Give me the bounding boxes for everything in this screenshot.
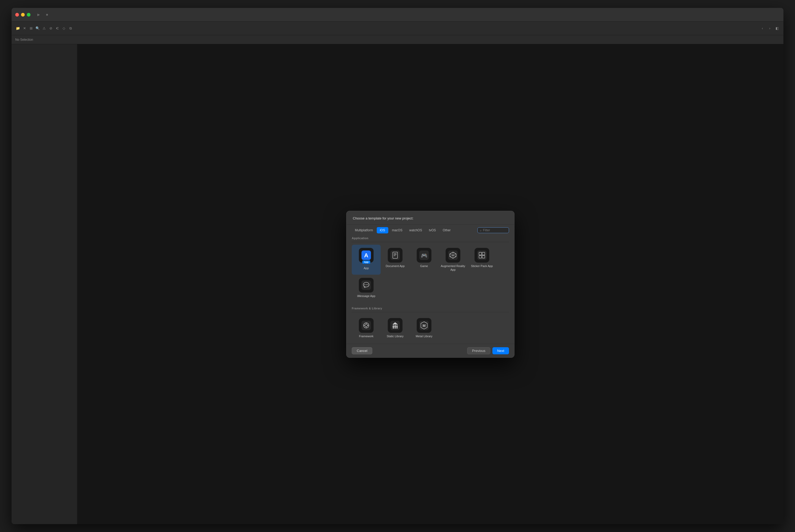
svg-rect-19 [361, 281, 371, 290]
breakpoint-icon[interactable]: ◇ [61, 26, 67, 31]
app-label: App [364, 266, 369, 270]
main-area: No Selection Choose a template for your … [12, 44, 783, 524]
modal-footer: Cancel Previous Next [346, 344, 514, 358]
svg-rect-32 [393, 326, 394, 328]
imessage-app-label: iMessage App [357, 294, 375, 298]
folder-icon[interactable]: 📁 [15, 26, 20, 31]
maximize-button[interactable] [27, 13, 31, 17]
titlebar-controls: ▶ ■ [36, 12, 50, 18]
sidebar [12, 44, 77, 524]
svg-rect-14 [477, 250, 487, 260]
sticker-pack-icon [475, 248, 489, 263]
tab-other[interactable]: Other [439, 227, 454, 233]
template-sticker-pack[interactable]: Sticker Pack App [468, 245, 496, 275]
svg-rect-34 [396, 326, 398, 328]
warning-icon[interactable]: ⚠ [41, 26, 47, 31]
modal-overlay: Choose a template for your new project: … [77, 44, 783, 524]
svg-rect-33 [395, 325, 396, 328]
stop-sign-icon[interactable]: ⊘ [48, 26, 53, 31]
svg-point-22 [366, 284, 367, 285]
xcode-window: ▶ ■ 📁 ✕ ⊞ 🔍 ⚠ ⊘ ⑆ ◇ ⧉ ‹ › ◧ No Selection [12, 8, 783, 524]
source-control-icon[interactable]: ⑆ [55, 26, 60, 31]
content-area: No Selection Choose a template for your … [77, 44, 783, 524]
game-label: Game [420, 264, 428, 268]
editor-icon[interactable]: ⧉ [68, 26, 73, 31]
panel-right-icon[interactable]: ◧ [775, 26, 780, 31]
stop-icon[interactable]: ■ [44, 12, 50, 18]
template-metal-library[interactable]: M Metal Library [410, 315, 438, 341]
static-library-icon [388, 318, 402, 333]
previous-button[interactable]: Previous [467, 347, 491, 354]
nav-back-icon[interactable]: ‹ [760, 26, 765, 31]
tab-ios[interactable]: iOS [377, 227, 388, 233]
traffic-lights [15, 13, 31, 17]
svg-rect-38 [397, 324, 397, 326]
svg-rect-36 [393, 324, 394, 326]
tab-tvos[interactable]: tvOS [425, 227, 439, 233]
framework-library-section-header: Framework & Library [352, 304, 509, 312]
template-ar-app[interactable]: Augmented Reality App [438, 245, 468, 275]
breadcrumb-text: No Selection [15, 38, 33, 41]
toolbar: 📁 ✕ ⊞ 🔍 ⚠ ⊘ ⑆ ◇ ⧉ ‹ › ◧ [12, 22, 783, 35]
template-imessage-app[interactable]: iMessage App [352, 275, 381, 301]
ar-app-icon [446, 248, 460, 263]
framework-library-templates-grid: Framework [352, 315, 509, 341]
template-static-library[interactable]: Static Library [381, 315, 410, 341]
breadcrumb-bar: No Selection [12, 35, 783, 44]
imessage-app-icon [359, 278, 374, 292]
template-framework[interactable]: Framework [352, 315, 381, 341]
svg-rect-24 [361, 321, 371, 330]
close-tab-icon[interactable]: ✕ [22, 26, 27, 31]
tab-bar: Multiplatform iOS macOS watchOS tvOS Oth… [352, 227, 477, 233]
static-library-label: Static Library [387, 334, 403, 338]
svg-rect-35 [393, 326, 398, 326]
modal-header: Choose a template for your new project: [346, 211, 514, 225]
filter-input[interactable] [483, 228, 507, 232]
sticker-pack-label: Sticker Pack App [471, 264, 493, 268]
metal-library-label: Metal Library [416, 334, 433, 338]
framework-icon [359, 318, 374, 333]
game-icon: 🎮 [417, 248, 431, 263]
toolbar-left-group: 📁 ✕ ⊞ 🔍 ⚠ ⊘ ⑆ ◇ ⧉ [15, 26, 73, 31]
template-game[interactable]: 🎮 Game [410, 245, 438, 275]
tab-multiplatform[interactable]: Multiplatform [352, 227, 376, 233]
application-section-header: Application [352, 233, 509, 242]
svg-point-21 [364, 284, 365, 285]
tab-watchos[interactable]: watchOS [406, 227, 425, 233]
titlebar: ▶ ■ [12, 8, 783, 22]
framework-label: Framework [359, 334, 373, 338]
document-app-label: Document App [386, 264, 404, 268]
close-button[interactable] [15, 13, 19, 17]
modal-body: Application A App [346, 233, 514, 344]
new-project-modal: Choose a template for your new project: … [346, 211, 514, 358]
metal-library-icon: M [417, 318, 431, 333]
search-icon[interactable]: 🔍 [35, 26, 40, 31]
template-document-app[interactable]: Document App [381, 245, 410, 275]
document-app-icon [388, 248, 402, 263]
svg-text:🎮: 🎮 [421, 252, 428, 259]
minimize-button[interactable] [21, 13, 25, 17]
add-tab-icon[interactable]: ⊞ [29, 26, 34, 31]
svg-text:A: A [364, 252, 368, 259]
cancel-button[interactable]: Cancel [352, 347, 372, 354]
tab-macos[interactable]: macOS [389, 227, 406, 233]
template-app[interactable]: A App App [352, 245, 381, 275]
modal-title: Choose a template for your new project: [353, 216, 414, 220]
run-icon[interactable]: ▶ [36, 12, 41, 18]
app-badge: App [362, 261, 370, 264]
ar-app-label: Augmented Reality App [441, 264, 465, 272]
svg-text:M: M [422, 324, 425, 328]
modal-tabs: Multiplatform iOS macOS watchOS tvOS Oth… [346, 225, 514, 233]
app-icon: A App [359, 248, 374, 263]
svg-point-23 [367, 284, 368, 285]
filter-box[interactable]: ⌕ [477, 227, 509, 233]
nav-forward-icon[interactable]: › [767, 26, 772, 31]
filter-icon: ⌕ [480, 229, 481, 232]
footer-right: Previous Next [467, 347, 509, 354]
next-button[interactable]: Next [492, 347, 509, 354]
application-templates-grid: A App App [352, 245, 509, 301]
